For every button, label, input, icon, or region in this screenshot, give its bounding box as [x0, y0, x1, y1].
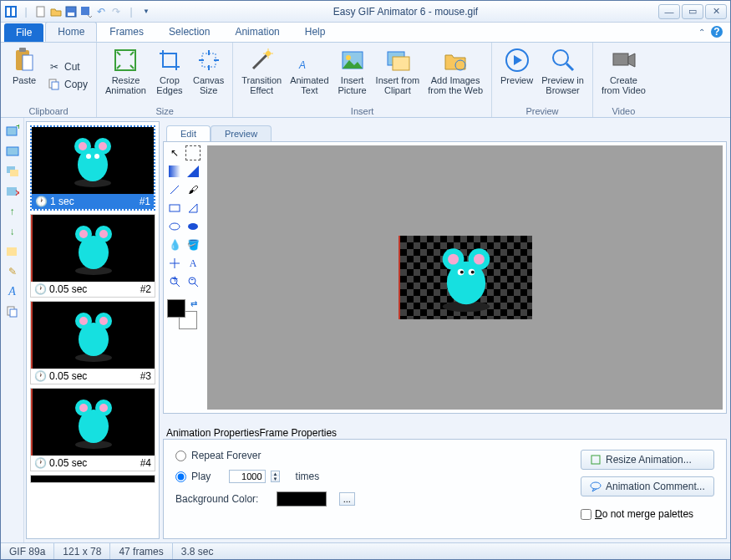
tool-fill-icon[interactable]: 🪣 [185, 237, 201, 252]
tool-zoom-in-icon[interactable]: + [167, 274, 182, 289]
close-button[interactable]: ✕ [705, 4, 727, 19]
tool-frame-add-icon[interactable]: + [4, 123, 21, 140]
create-from-video-button[interactable]: Create from Video [598, 45, 649, 105]
ribbon-group-video: Create from Video Video [593, 43, 654, 117]
tab-frames[interactable]: Frames [97, 22, 156, 42]
save-dropdown-icon[interactable] [79, 5, 93, 18]
tab-selection[interactable]: Selection [156, 22, 222, 42]
play-times-input[interactable] [229, 470, 266, 483]
tool-rect-icon[interactable] [167, 201, 182, 216]
animated-text-button[interactable]: A Animated Text [287, 45, 332, 105]
resize-animation-props-button[interactable]: Resize Animation... [581, 450, 714, 470]
minimize-button[interactable]: — [658, 4, 680, 19]
fg-color-swatch[interactable] [167, 299, 185, 318]
frame-duration: 0.05 sec [49, 283, 87, 295]
preview-button[interactable]: Preview [497, 45, 536, 105]
maximize-button[interactable]: ▭ [682, 4, 703, 19]
file-menu[interactable]: File [4, 23, 43, 42]
frame-item-3[interactable]: 🕐0.05 sec#3 [30, 301, 155, 384]
tab-help[interactable]: Help [292, 22, 338, 42]
bg-color-swatch[interactable] [277, 491, 327, 507]
svg-rect-64 [169, 165, 180, 177]
merge-palettes-option[interactable]: Do not merge palettes [581, 508, 693, 520]
group-label-clipboard: Clipboard [28, 106, 68, 116]
open-icon[interactable] [49, 5, 63, 18]
tool-gradient-rect-icon[interactable] [167, 164, 182, 179]
tool-copy-icon[interactable] [4, 303, 21, 320]
qat-dropdown-icon[interactable]: ▼ [140, 5, 153, 18]
canvas-viewport[interactable] [207, 145, 723, 410]
group-label-size: Size [155, 106, 173, 116]
frame-item-2[interactable]: 🕐0.05 sec#2 [30, 214, 155, 298]
frame-item-4[interactable]: 🕐0.05 sec#4 [30, 388, 155, 471]
tool-ellipse-icon[interactable] [167, 219, 182, 234]
bg-color-picker-button[interactable]: ... [339, 492, 355, 506]
frame-index: #2 [140, 283, 151, 295]
canvas-image[interactable] [398, 236, 532, 319]
frames-panel[interactable]: 🕐1 sec#1 🕐0.05 sec#2 🕐0.05 sec#3 🕐0.05 s… [26, 121, 160, 539]
tool-text-icon[interactable]: A [185, 256, 201, 271]
frame-item-5[interactable] [30, 475, 155, 483]
undo-icon[interactable]: ↶ [94, 5, 108, 18]
tool-gradient-tri-icon[interactable] [185, 164, 201, 179]
tool-text-a-icon[interactable]: A [4, 283, 21, 300]
play-radio[interactable] [175, 471, 186, 482]
animation-comment-button[interactable]: Animation Comment... [581, 476, 714, 496]
add-images-web-button[interactable]: Add Images from the Web [424, 45, 486, 105]
frame-duration: 0.05 sec [49, 370, 87, 382]
collapse-ribbon-icon[interactable]: ⌃ [698, 28, 705, 37]
copy-button[interactable]: Copy [44, 76, 91, 93]
insert-clipart-button[interactable]: Insert from Clipart [373, 45, 424, 105]
tool-brush-icon[interactable]: 🖌 [185, 182, 201, 197]
crop-edges-button[interactable]: Crop Edges [151, 45, 188, 105]
tool-edit-icon[interactable] [4, 243, 21, 260]
tool-frame-icon[interactable] [4, 143, 21, 160]
tool-wand-icon[interactable]: ✎ [4, 263, 21, 280]
color-swatch[interactable]: ⇄ [167, 299, 197, 329]
tool-move-icon[interactable] [167, 256, 182, 271]
tab-edit[interactable]: Edit [166, 125, 211, 141]
tool-ellipse-fill-icon[interactable] [185, 219, 201, 234]
tab-animation[interactable]: Animation [222, 22, 292, 42]
help-icon[interactable]: ? [710, 25, 723, 38]
tab-preview[interactable]: Preview [211, 125, 272, 141]
transition-effect-button[interactable]: Transition Effect [238, 45, 285, 105]
tool-down-arrow-icon[interactable]: ↓ [4, 223, 21, 240]
crop-icon [156, 47, 183, 74]
frame-item-1[interactable]: 🕐1 sec#1 [30, 125, 155, 211]
clock-icon: 🕐 [34, 370, 47, 382]
bg-color-label: Background Color: [175, 493, 258, 505]
repeat-forever-radio[interactable] [175, 451, 186, 461]
canvas-size-button[interactable]: Canvas Size [190, 45, 227, 105]
repeat-forever-option[interactable]: Repeat Forever [175, 450, 355, 461]
save-icon[interactable] [64, 5, 78, 18]
swap-colors-icon[interactable]: ⇄ [190, 299, 197, 308]
resize-animation-button[interactable]: Resize Animation [102, 45, 150, 105]
svg-point-25 [553, 50, 568, 65]
tab-animation-properties[interactable]: Animation Properties [166, 427, 259, 439]
redo-icon[interactable]: ↷ [109, 5, 123, 18]
new-icon[interactable] [34, 5, 48, 18]
insert-picture-button[interactable]: Insert Picture [334, 45, 371, 105]
ribbon-group-insert: Transition Effect A Animated Text Insert… [233, 43, 492, 117]
tool-line-icon[interactable] [167, 182, 182, 197]
paste-button[interactable]: Paste [6, 45, 43, 105]
play-times-spinner[interactable]: ▲▼ [271, 471, 281, 482]
tab-home[interactable]: Home [45, 22, 97, 42]
tab-frame-properties[interactable]: Frame Properties [259, 427, 337, 439]
cut-button[interactable]: ✂Cut [44, 59, 91, 75]
preview-browser-button[interactable]: Preview in Browser [538, 45, 587, 105]
tool-marquee-icon[interactable] [185, 145, 201, 160]
tool-eyedropper-icon[interactable]: 💧 [167, 237, 182, 252]
tool-frames-icon[interactable] [4, 163, 21, 180]
tool-up-arrow-icon[interactable]: ↑ [4, 203, 21, 220]
merge-palettes-checkbox[interactable] [581, 509, 591, 520]
svg-rect-85 [591, 456, 600, 464]
tool-pointer-icon[interactable]: ↖ [167, 145, 182, 160]
play-times-option[interactable]: Play ▲▼ times [175, 470, 355, 483]
tool-zoom-out-icon[interactable]: - [185, 274, 201, 289]
svg-point-63 [99, 404, 108, 412]
tool-delete-icon[interactable]: ✕ [4, 183, 21, 200]
picture-icon [339, 47, 366, 74]
tool-rect-fill-icon[interactable] [185, 201, 201, 216]
